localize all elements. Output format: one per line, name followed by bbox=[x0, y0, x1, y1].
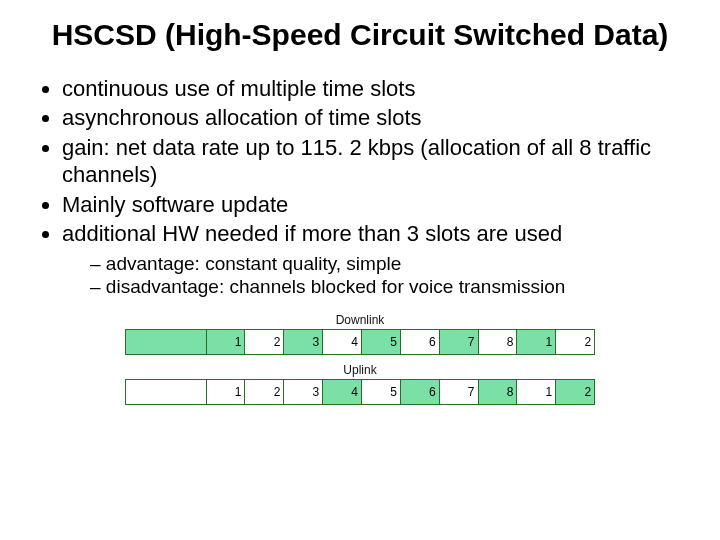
downlink-label: Downlink bbox=[125, 313, 595, 327]
timeslot-cell: 4 bbox=[323, 380, 362, 404]
sub-bullet-item: advantage: constant quality, simple bbox=[90, 252, 688, 276]
timeslot-cell: 2 bbox=[556, 330, 594, 354]
downlink-strip: 1234567812 bbox=[125, 329, 595, 355]
timeslot-cell: 4 bbox=[323, 330, 362, 354]
timeslot-cell: 2 bbox=[556, 380, 594, 404]
timeslot-cell: 6 bbox=[401, 330, 440, 354]
sub-bullet-list: advantage: constant quality, simple disa… bbox=[62, 252, 688, 300]
timeslot-cell: 6 bbox=[401, 380, 440, 404]
timeslot-cell: 8 bbox=[479, 380, 518, 404]
bullet-item: continuous use of multiple time slots bbox=[62, 75, 688, 103]
uplink-label: Uplink bbox=[125, 363, 595, 377]
timeslot-cell: 1 bbox=[517, 380, 556, 404]
bullet-text: additional HW needed if more than 3 slot… bbox=[62, 221, 562, 246]
timeslot-cell bbox=[126, 330, 207, 354]
timeslot-cell: 1 bbox=[517, 330, 556, 354]
timeslot-cell: 8 bbox=[479, 330, 518, 354]
uplink-strip: 1234567812 bbox=[125, 379, 595, 405]
timeslot-cell: 1 bbox=[207, 380, 246, 404]
bullet-list: continuous use of multiple time slots as… bbox=[32, 75, 688, 300]
sub-bullet-item: disadvantage: channels blocked for voice… bbox=[90, 275, 688, 299]
slide-title: HSCSD (High-Speed Circuit Switched Data) bbox=[32, 18, 688, 53]
timeslot-cell: 3 bbox=[284, 380, 323, 404]
bullet-item: Mainly software update bbox=[62, 191, 688, 219]
timeslot-cell: 1 bbox=[207, 330, 246, 354]
timeslot-cell: 2 bbox=[245, 380, 284, 404]
bullet-item: gain: net data rate up to 115. 2 kbps (a… bbox=[62, 134, 688, 189]
timeslot-cell: 7 bbox=[440, 330, 479, 354]
timeslot-diagram: Downlink 1234567812 Uplink 1234567812 bbox=[125, 313, 595, 405]
timeslot-cell: 3 bbox=[284, 330, 323, 354]
bullet-item: asynchronous allocation of time slots bbox=[62, 104, 688, 132]
timeslot-cell: 7 bbox=[440, 380, 479, 404]
timeslot-cell: 2 bbox=[245, 330, 284, 354]
timeslot-cell: 5 bbox=[362, 380, 401, 404]
timeslot-cell: 5 bbox=[362, 330, 401, 354]
bullet-item: additional HW needed if more than 3 slot… bbox=[62, 220, 688, 299]
timeslot-cell bbox=[126, 380, 207, 404]
